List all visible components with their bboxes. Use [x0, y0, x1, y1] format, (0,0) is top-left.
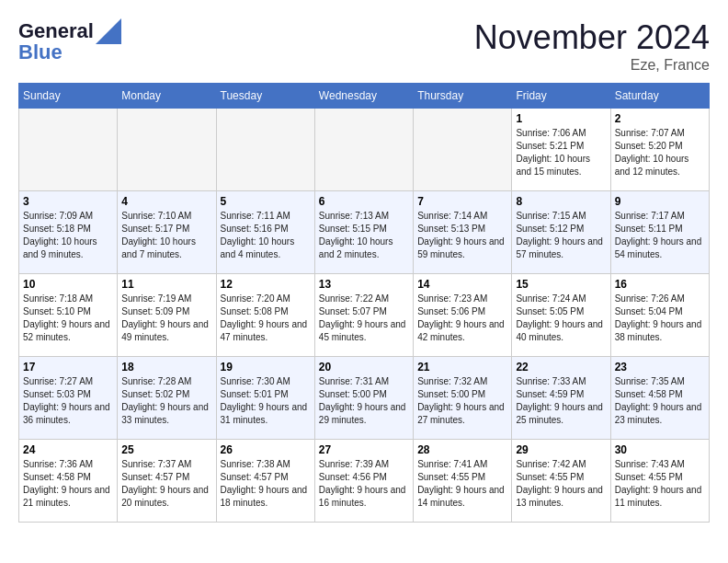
weekday-header-row: SundayMondayTuesdayWednesdayThursdayFrid… [19, 84, 710, 109]
day-info: Sunrise: 7:23 AMSunset: 5:06 PMDaylight:… [417, 293, 507, 344]
calendar-cell: 25Sunrise: 7:37 AMSunset: 4:57 PMDayligh… [118, 440, 216, 523]
calendar-cell: 24Sunrise: 7:36 AMSunset: 4:58 PMDayligh… [19, 440, 118, 523]
day-info: Sunrise: 7:28 AMSunset: 5:02 PMDaylight:… [121, 375, 211, 427]
day-number: 22 [516, 361, 606, 373]
day-info: Sunrise: 7:14 AMSunset: 5:13 PMDaylight:… [417, 210, 507, 261]
calendar-cell [118, 109, 216, 191]
calendar-cell: 10Sunrise: 7:18 AMSunset: 5:10 PMDayligh… [19, 274, 118, 357]
day-info: Sunrise: 7:07 AMSunset: 5:20 PMDaylight:… [615, 127, 705, 178]
day-number: 13 [319, 278, 409, 291]
day-info: Sunrise: 7:43 AMSunset: 4:55 PMDaylight:… [615, 458, 705, 510]
calendar-cell: 29Sunrise: 7:42 AMSunset: 4:55 PMDayligh… [512, 440, 610, 523]
day-info: Sunrise: 7:39 AMSunset: 4:56 PMDaylight:… [319, 458, 409, 510]
day-number: 18 [121, 361, 211, 373]
day-number: 17 [23, 361, 113, 373]
day-number: 29 [516, 443, 606, 456]
day-number: 20 [319, 361, 409, 373]
day-number: 19 [221, 361, 311, 373]
calendar-cell: 20Sunrise: 7:31 AMSunset: 5:00 PMDayligh… [314, 357, 413, 440]
day-number: 4 [121, 195, 211, 208]
calendar-week-row: 1Sunrise: 7:06 AMSunset: 5:21 PMDaylight… [19, 109, 710, 191]
page-header: General Blue November 2024 Eze, France [18, 18, 710, 74]
day-number: 5 [221, 195, 311, 208]
calendar-cell: 9Sunrise: 7:17 AMSunset: 5:11 PMDaylight… [610, 191, 709, 274]
location-subtitle: Eze, France [474, 57, 710, 74]
day-info: Sunrise: 7:30 AMSunset: 5:01 PMDaylight:… [221, 375, 311, 427]
logo: General Blue [18, 18, 121, 64]
calendar-week-row: 24Sunrise: 7:36 AMSunset: 4:58 PMDayligh… [19, 440, 710, 523]
day-number: 27 [319, 443, 409, 456]
calendar-cell: 26Sunrise: 7:38 AMSunset: 4:57 PMDayligh… [216, 440, 314, 523]
weekday-header-friday: Friday [512, 84, 610, 109]
calendar-cell: 13Sunrise: 7:22 AMSunset: 5:07 PMDayligh… [314, 274, 413, 357]
day-number: 30 [615, 443, 705, 456]
calendar-cell: 16Sunrise: 7:26 AMSunset: 5:04 PMDayligh… [610, 274, 709, 357]
logo-arrow-icon [96, 18, 121, 44]
calendar-cell: 15Sunrise: 7:24 AMSunset: 5:05 PMDayligh… [512, 274, 610, 357]
calendar-cell: 19Sunrise: 7:30 AMSunset: 5:01 PMDayligh… [216, 357, 314, 440]
calendar-cell: 1Sunrise: 7:06 AMSunset: 5:21 PMDaylight… [512, 109, 610, 191]
calendar-cell: 5Sunrise: 7:11 AMSunset: 5:16 PMDaylight… [216, 191, 314, 274]
day-number: 6 [319, 195, 409, 208]
day-info: Sunrise: 7:22 AMSunset: 5:07 PMDaylight:… [319, 293, 409, 344]
weekday-header-thursday: Thursday [414, 84, 512, 109]
day-info: Sunrise: 7:19 AMSunset: 5:09 PMDaylight:… [121, 293, 211, 344]
calendar-cell [19, 109, 118, 191]
day-info: Sunrise: 7:27 AMSunset: 5:03 PMDaylight:… [23, 375, 113, 427]
day-number: 9 [615, 195, 705, 208]
day-info: Sunrise: 7:13 AMSunset: 5:15 PMDaylight:… [319, 210, 409, 261]
day-info: Sunrise: 7:15 AMSunset: 5:12 PMDaylight:… [516, 210, 606, 261]
day-info: Sunrise: 7:41 AMSunset: 4:55 PMDaylight:… [417, 458, 507, 510]
day-number: 16 [615, 278, 705, 291]
calendar-cell: 4Sunrise: 7:10 AMSunset: 5:17 PMDaylight… [118, 191, 216, 274]
day-number: 1 [516, 112, 606, 125]
calendar-cell [414, 109, 512, 191]
calendar-cell: 18Sunrise: 7:28 AMSunset: 5:02 PMDayligh… [118, 357, 216, 440]
day-info: Sunrise: 7:31 AMSunset: 5:00 PMDaylight:… [319, 375, 409, 427]
logo-text: General [18, 20, 94, 42]
day-info: Sunrise: 7:26 AMSunset: 5:04 PMDaylight:… [615, 293, 705, 344]
day-info: Sunrise: 7:35 AMSunset: 4:58 PMDaylight:… [615, 375, 705, 427]
calendar-cell: 23Sunrise: 7:35 AMSunset: 4:58 PMDayligh… [610, 357, 709, 440]
day-info: Sunrise: 7:11 AMSunset: 5:16 PMDaylight:… [221, 210, 311, 261]
calendar-cell: 17Sunrise: 7:27 AMSunset: 5:03 PMDayligh… [19, 357, 118, 440]
calendar-cell: 11Sunrise: 7:19 AMSunset: 5:09 PMDayligh… [118, 274, 216, 357]
calendar-cell: 21Sunrise: 7:32 AMSunset: 5:00 PMDayligh… [414, 357, 512, 440]
calendar-cell: 2Sunrise: 7:07 AMSunset: 5:20 PMDaylight… [610, 109, 709, 191]
calendar-cell: 8Sunrise: 7:15 AMSunset: 5:12 PMDaylight… [512, 191, 610, 274]
day-number: 8 [516, 195, 606, 208]
weekday-header-sunday: Sunday [19, 84, 118, 109]
calendar-cell: 12Sunrise: 7:20 AMSunset: 5:08 PMDayligh… [216, 274, 314, 357]
day-info: Sunrise: 7:36 AMSunset: 4:58 PMDaylight:… [23, 458, 113, 510]
day-info: Sunrise: 7:20 AMSunset: 5:08 PMDaylight:… [221, 293, 311, 344]
calendar-cell: 22Sunrise: 7:33 AMSunset: 4:59 PMDayligh… [512, 357, 610, 440]
day-number: 12 [221, 278, 311, 291]
day-number: 3 [23, 195, 113, 208]
calendar-cell: 27Sunrise: 7:39 AMSunset: 4:56 PMDayligh… [314, 440, 413, 523]
day-info: Sunrise: 7:09 AMSunset: 5:18 PMDaylight:… [23, 210, 113, 261]
day-number: 2 [615, 112, 705, 125]
calendar-cell [314, 109, 413, 191]
day-info: Sunrise: 7:24 AMSunset: 5:05 PMDaylight:… [516, 293, 606, 344]
day-info: Sunrise: 7:37 AMSunset: 4:57 PMDaylight:… [121, 458, 211, 510]
calendar-week-row: 3Sunrise: 7:09 AMSunset: 5:18 PMDaylight… [19, 191, 710, 274]
day-info: Sunrise: 7:18 AMSunset: 5:10 PMDaylight:… [23, 293, 113, 344]
day-number: 24 [23, 443, 113, 456]
day-info: Sunrise: 7:33 AMSunset: 4:59 PMDaylight:… [516, 375, 606, 427]
calendar-cell: 30Sunrise: 7:43 AMSunset: 4:55 PMDayligh… [610, 440, 709, 523]
day-number: 15 [516, 278, 606, 291]
calendar-week-row: 17Sunrise: 7:27 AMSunset: 5:03 PMDayligh… [19, 357, 710, 440]
calendar-cell: 3Sunrise: 7:09 AMSunset: 5:18 PMDaylight… [19, 191, 118, 274]
day-info: Sunrise: 7:10 AMSunset: 5:17 PMDaylight:… [121, 210, 211, 261]
weekday-header-tuesday: Tuesday [216, 84, 314, 109]
weekday-header-wednesday: Wednesday [314, 84, 413, 109]
day-info: Sunrise: 7:42 AMSunset: 4:55 PMDaylight:… [516, 458, 606, 510]
day-number: 23 [615, 361, 705, 373]
calendar-cell [216, 109, 314, 191]
day-info: Sunrise: 7:32 AMSunset: 5:00 PMDaylight:… [417, 375, 507, 427]
day-number: 7 [417, 195, 507, 208]
day-number: 26 [221, 443, 311, 456]
day-info: Sunrise: 7:17 AMSunset: 5:11 PMDaylight:… [615, 210, 705, 261]
month-title: November 2024 [474, 18, 710, 57]
calendar-week-row: 10Sunrise: 7:18 AMSunset: 5:10 PMDayligh… [19, 274, 710, 357]
